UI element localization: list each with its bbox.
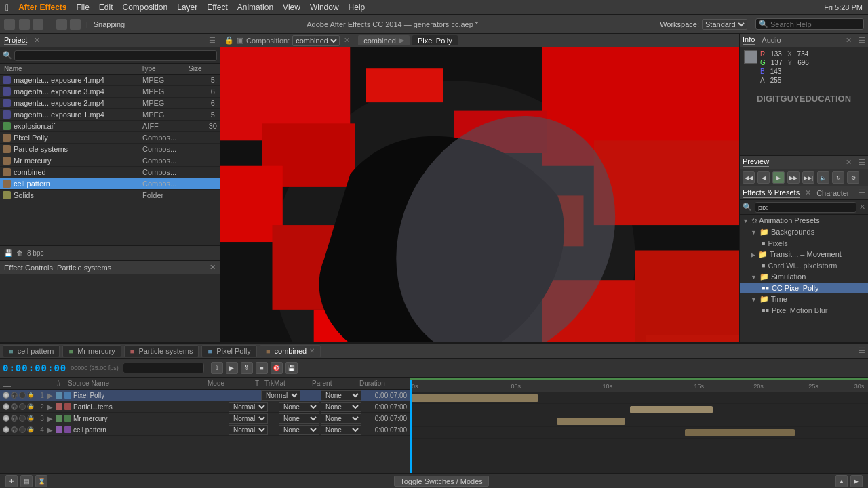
file-list[interactable]: magenta... exposure 4.mp4 MPEG 5. magent… [0,75,220,245]
comp-nav-icon[interactable]: ▶ [399,36,404,45]
layer-1-audio[interactable]: 🎧 [11,392,18,399]
audio-tab[interactable]: Audio [762,36,781,45]
menu-effect[interactable]: Effect [207,3,227,12]
layer-1-lock[interactable]: 🔒 [27,392,34,399]
timeline-nav-icon[interactable]: ▲ [835,475,848,487]
timeline-icon-5[interactable]: 🎯 [271,362,283,374]
comp-tab-pixelpolly[interactable]: Pixel Polly [412,35,458,45]
info-tab[interactable]: Info [743,35,755,45]
timeline-menu-icon[interactable]: ☰ [859,346,865,355]
toolbar-icon-zoom[interactable] [33,19,43,30]
composition-selector[interactable]: combined [292,35,340,46]
timeline-search-input[interactable] [123,363,204,373]
menu-help[interactable]: Help [349,3,366,12]
layer-3-parent[interactable]: None [321,413,363,424]
panel-menu-icon[interactable]: ☰ [859,188,865,197]
file-item[interactable]: cell pattern Compos... [0,178,220,190]
layer-4-parent-select[interactable]: None [321,425,361,435]
layer-1-mode-select[interactable]: Normal [261,390,300,401]
layer-3-trkmat[interactable]: None [279,413,321,424]
layer-row-4[interactable]: 👁 🎧 🔒 4 ▶ cell pattern Normal [0,424,410,436]
timeline-zoom-icon[interactable]: ▶ [850,475,863,487]
layer-3-trkmat-select[interactable]: None [279,413,319,424]
file-item[interactable]: Pixel Polly Compos... [0,132,220,144]
motion-blur-icon[interactable]: ⌛ [35,475,47,487]
layer-row-1[interactable]: 👁 🎧 🔒 1 ▶ Pixel Polly Normal [0,390,410,401]
timeline-tab-combined[interactable]: ■ combined ✕ [260,345,321,357]
menu-file[interactable]: File [76,3,89,12]
panel-menu-icon[interactable]: ☰ [209,36,216,45]
file-item[interactable]: magenta... exposure 1.mp4 MPEG 5. [0,109,220,121]
preview-play-audio[interactable]: ▶▶ [787,171,800,184]
effects-presets-tab[interactable]: Effects & Presets [743,188,800,198]
close-icon[interactable]: ✕ [344,36,350,45]
file-item[interactable]: Mr mercury Compos... [0,155,220,167]
close-icon[interactable]: ✕ [210,263,216,272]
layer-3-mode[interactable]: Normal [229,413,269,424]
layer-3-audio[interactable]: 🎧 [11,415,18,422]
layer-4-parent[interactable]: None [321,425,363,435]
layer-2-mode-select[interactable]: Normal [229,402,268,412]
menu-animation[interactable]: Animation [237,3,273,12]
close-icon[interactable]: ✕ [846,158,852,167]
project-icon-add[interactable]: 💾 [4,249,12,257]
layer-4-trkmat[interactable]: None [279,425,321,435]
animation-presets-category[interactable]: ▼ ✩ Animation Presets [740,215,868,226]
cardwi-item[interactable]: ■ Card Wi... pixelstorm [740,260,868,271]
file-item[interactable]: magenta... exposure 3.mp4 MPEG 6. [0,86,220,98]
simulation-category[interactable]: ▼ 📁 Simulation [740,271,868,283]
layer-3-visibility[interactable]: 👁 [3,415,9,422]
layer-row-2[interactable]: 👁 🎧 🔒 2 ▶ Particl...tems Normal [0,401,410,413]
panel-menu-icon[interactable]: ☰ [859,36,865,45]
preview-play[interactable]: ▶ [772,171,785,184]
preview-step-back[interactable]: ◀ [757,171,770,184]
preview-first-frame[interactable]: ◀◀ [743,171,755,184]
layer-2-mode[interactable]: Normal [229,402,269,412]
timeline-icon-2[interactable]: ▶ [226,362,238,374]
layer-row-3[interactable]: 👁 🎧 🔒 3 ▶ Mr mercury Normal N [0,413,410,424]
menu-edit[interactable]: Edit [99,3,113,12]
preview-mute[interactable]: 🔈 [817,171,829,184]
layer-2-expand[interactable]: ▶ [47,403,56,411]
cc-pixel-polly-item[interactable]: ■■ CC Pixel Polly [740,283,868,293]
layer-3-mode-select[interactable]: Normal [229,413,268,424]
toggle-switches-button[interactable]: Toggle Switches / Modes [394,476,489,487]
preview-last-frame[interactable]: ▶▶| [802,171,814,184]
layer-2-solo[interactable] [19,403,26,410]
file-item[interactable]: Solids Folder [0,190,220,201]
new-comp-icon[interactable]: ✚ [5,475,18,487]
layer-4-visibility[interactable]: 👁 [3,426,9,433]
layer-2-parent[interactable]: None [321,402,363,412]
layer-1-parent[interactable]: None [321,390,363,401]
character-tab[interactable]: Character [816,189,849,197]
layer-4-expand[interactable]: ▶ [47,426,56,434]
layer-1-parent-select[interactable]: None [321,390,361,401]
backgrounds-category[interactable]: ▼ 📁 Backgrounds [740,226,868,238]
project-icon-delete[interactable]: 🗑 [16,249,23,257]
file-item[interactable]: Particle systems Compos... [0,144,220,155]
timeline-icon-4[interactable]: ■ [256,362,268,374]
effects-search-input[interactable] [755,202,856,213]
layer-1-mode[interactable]: Normal [261,390,302,401]
layer-1-expand[interactable]: ▶ [47,392,56,399]
file-item[interactable]: magenta... exposure 4.mp4 MPEG 5. [0,75,220,86]
timeline-icon-3[interactable]: 🎖 [241,362,253,374]
timeline-tab-cellpattern[interactable]: ■ cell pattern [3,345,60,357]
clear-search-icon[interactable]: ✕ [859,203,865,211]
menu-composition[interactable]: Composition [123,3,168,12]
project-search-bar[interactable]: 🔍 [0,47,220,64]
timeline-icon-1[interactable]: ⇧ [211,362,223,374]
close-timeline-tab-icon[interactable]: ✕ [309,347,315,354]
layer-4-mode[interactable]: Normal [229,425,269,435]
timeline-tab-particlesystems[interactable]: ■ Particle systems [124,345,199,357]
layer-3-parent-select[interactable]: None [321,413,361,424]
close-icon[interactable]: ✕ [34,36,40,45]
preview-loop[interactable]: ↻ [832,171,844,184]
search-bar[interactable]: 🔍 [755,18,864,30]
pixels-item[interactable]: ■ Pixels [740,238,868,249]
layer-4-lock[interactable]: 🔒 [27,426,34,433]
project-tab[interactable]: Project [4,36,27,45]
timeline-icon-6[interactable]: 💾 [285,362,298,374]
menu-view[interactable]: View [283,3,300,12]
layer-2-trkmat-select[interactable]: None [279,402,319,412]
